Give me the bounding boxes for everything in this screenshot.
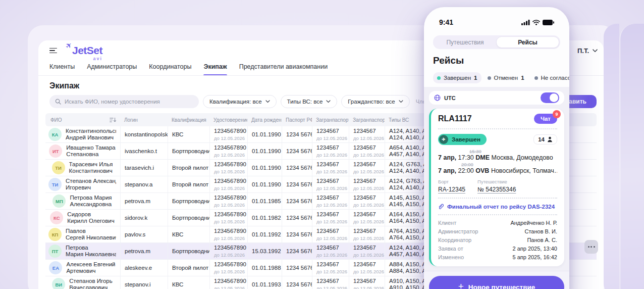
cell-zagran1: 1234567 — [316, 278, 345, 284]
final-report-link[interactable]: Финальный отчет по рейсу DAS-2324 — [438, 203, 557, 210]
crew-name-line1: Петрова Мария — [70, 195, 112, 201]
segment-Рейсы[interactable]: Рейсы — [496, 36, 559, 48]
filter-label: Квалификация: все — [209, 99, 262, 105]
avatar: ТИ — [48, 178, 62, 191]
cell-passport: 1234 567656 — [286, 165, 308, 171]
cell-login: sidorov.k — [125, 215, 164, 221]
column-header-zagran1: Загранпаспорт 1 — [312, 117, 349, 123]
person-icon — [547, 136, 553, 142]
detail-row: Координатор Панов А. С. — [438, 237, 557, 243]
cell-qualification: Бортпроводник — [172, 198, 205, 205]
cell-zagran2: 1234567 — [353, 161, 381, 168]
cell-zagran2: 1234567 — [353, 228, 381, 234]
old-arrival-time: 20:00 — [461, 162, 557, 167]
tab-Представители авиакомпании[interactable]: Представители авиакомпании — [239, 61, 328, 75]
cell-birthdate: 15.03.1992 — [252, 248, 278, 255]
passenger-count: 14 — [538, 136, 545, 142]
cell-birthdate: 01.01.1990 — [252, 165, 278, 171]
segment-Путешествия[interactable]: Путешествия — [434, 36, 496, 48]
cell-zagran2: 1234567 — [353, 178, 381, 184]
crew-name-line1: Степанов Александр — [66, 178, 116, 184]
status-chip[interactable]: Завершен 1 — [433, 72, 481, 83]
cell-passport: 1234 567656 — [286, 265, 308, 271]
new-trip-button[interactable]: + Новое путешествие — [429, 276, 564, 289]
phone-page-title: Рейсы — [433, 55, 560, 66]
crew-name-line1: Тарасевич Илья — [69, 161, 113, 167]
divider — [438, 214, 557, 215]
chevron-down-icon — [326, 100, 331, 103]
cell-zagran1-until: до 12.05.2026 — [316, 185, 345, 191]
cell-zagran1: 1234567 — [316, 211, 345, 218]
cell-license-until: до 12.05.2026 — [214, 202, 243, 208]
cell-zagran2: 1234567 — [353, 211, 381, 218]
detail-value: 5 апр 2025, 16:42 — [512, 254, 557, 260]
status-chip[interactable]: Не согласован — [530, 72, 569, 83]
cell-login: konstantinopolsky.a — [125, 131, 164, 138]
utc-label: UTC — [444, 95, 456, 101]
cell-zagran2: 1234567 — [353, 261, 381, 268]
avatar: ИТ — [49, 144, 62, 158]
departure-leg: 7 апр, 17:30 DME Москва, Домодедово — [438, 154, 557, 161]
detail-value: 2 апр 2025, 13:40 — [512, 246, 557, 252]
phone-mockup: 9:41 ПутешествияРейсы Рейсы Завершен 1 О… — [424, 7, 569, 289]
cell-qualification: Бортпроводник — [172, 148, 205, 155]
column-header-fio[interactable]: ФИО — [45, 117, 120, 123]
status-chip[interactable]: Отменен 1 — [484, 72, 528, 83]
filter-label: Гражданство: все — [348, 99, 395, 105]
logo-text: JetSet — [72, 44, 102, 56]
cell-qualification: Второй пилот — [172, 181, 205, 188]
filter-qualification[interactable]: Квалификация: все — [203, 95, 277, 108]
avatar: КА — [48, 128, 62, 141]
cell-passport: 1234 567656 — [286, 131, 308, 138]
cell-license-until: до 12.05.2026 — [214, 218, 243, 225]
cell-zagran1: 1234567 — [316, 261, 345, 268]
cell-qualification: КВС — [172, 231, 205, 238]
cell-license: 1234567890 — [214, 228, 243, 234]
tab-Координаторы[interactable]: Координаторы — [149, 61, 191, 75]
tab-Администраторы[interactable]: Администраторы — [87, 61, 137, 75]
cell-login: stepanov.a — [125, 181, 164, 188]
cell-qualification: Второй пилот — [172, 165, 205, 171]
filter-aircraft-types[interactable]: Типы ВС: все — [281, 95, 338, 108]
cell-license: 1234567890 — [214, 128, 243, 134]
cell-passport: 1234 567656 — [286, 198, 308, 205]
chat-button[interactable]: Чат 9 — [534, 114, 557, 124]
cell-zagran1: 1234567 — [316, 228, 345, 234]
cell-license: 1234567890 — [214, 245, 243, 251]
flight-card[interactable]: RLA1117 Чат 9 ✈ Завершен 14 15:30 — [429, 109, 564, 266]
cell-birthdate: 01.01.1992 — [252, 231, 278, 238]
sort-icon[interactable] — [110, 117, 116, 123]
crew-name-line1: Константинопольский — [66, 128, 116, 134]
detail-label: Клиент — [438, 220, 456, 226]
chip-count: 1 — [474, 75, 477, 81]
utc-toggle[interactable] — [541, 92, 559, 103]
cell-passport: 1234 567656 — [286, 181, 308, 188]
cell-license-until: до 12.05.2026 — [214, 152, 243, 158]
cell-zagran1-until: до 12.05.2026 — [316, 252, 345, 258]
cell-login: tarasevich.i — [125, 165, 164, 171]
passenger-count-badge: 14 — [533, 134, 557, 144]
cell-license-until: до 12.05.2026 — [214, 252, 243, 258]
crew-name-line1: Павлов — [66, 228, 86, 234]
column-header-passport: Паспорт РФ — [282, 117, 312, 123]
avatar: ЕА — [49, 261, 62, 274]
crew-name-line2: Степановна — [66, 151, 98, 157]
battery-icon — [543, 20, 554, 25]
hamburger-icon[interactable] — [49, 48, 57, 54]
phone-bottom-bar: + Новое путешествие — [424, 271, 569, 289]
board-value[interactable]: RA-12345 — [438, 186, 465, 193]
cell-zagran2-until: до 12.05.2026 — [353, 185, 381, 191]
search-input[interactable]: Искать ФИО, номер удостоверения — [49, 95, 199, 108]
cell-passport: 1234 567656 — [286, 231, 308, 238]
trip-value[interactable]: № 542355346 — [477, 186, 516, 193]
cell-qualification: КВС — [172, 281, 205, 288]
cell-birthdate: 01.01.1982 — [252, 215, 278, 221]
phone-status-bar: 9:41 — [424, 16, 569, 28]
cell-license: 1234567890 — [214, 195, 243, 201]
cell-license: 1234567890 — [214, 178, 243, 184]
tab-Клиенты[interactable]: Клиенты — [49, 61, 75, 75]
crew-name-line2: Вячеславович — [69, 284, 108, 289]
row-actions-button[interactable] — [584, 240, 598, 254]
tab-Экипаж[interactable]: Экипаж — [203, 61, 227, 75]
detail-label: Администратор — [438, 228, 478, 234]
